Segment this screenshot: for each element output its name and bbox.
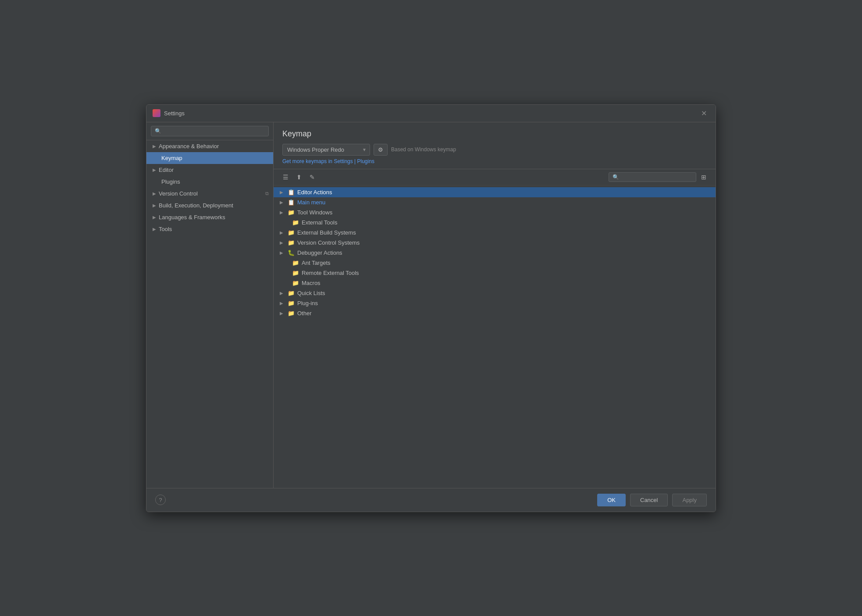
footer: ? OK Cancel Apply [146,488,716,512]
tree-item-label: Remote External Tools [302,270,711,276]
expand-arrow-icon: ▶ [153,191,156,196]
title-bar: Settings ✕ [146,105,716,122]
keymap-gear-button[interactable]: ⚙ [374,144,388,156]
tree-item-label: Debugger Actions [297,249,711,256]
keymap-select-wrapper: Windows Proper Redo ▼ [282,144,370,156]
sidebar-item-keymap[interactable]: Keymap [146,152,273,164]
tree-item-label: External Build Systems [297,229,711,236]
tree-expand-arrow-icon: ▶ [280,301,285,306]
sidebar-item-appearance-behavior[interactable]: ▶ Appearance & Behavior [146,140,273,152]
collapse-all-button[interactable]: ⬆ [293,172,305,182]
settings-dialog: Settings ✕ ▶ Appearance & Behavior Keyma… [146,104,716,512]
keymap-select[interactable]: Windows Proper Redo [282,144,370,156]
sidebar-item-version-control[interactable]: ▶ Version Control ⧉ [146,188,273,199]
tree-item-icon: 📁 [288,300,295,306]
sidebar-item-tools[interactable]: ▶ Tools [146,223,273,235]
tree-item-other[interactable]: ▶ 📁 Other [274,308,716,318]
tree-item-remote-external-tools[interactable]: 📁 Remote External Tools [274,268,716,278]
sidebar-item-label: Version Control [159,190,198,197]
expand-arrow-icon: ▶ [153,167,156,172]
tree-item-icon: 🐛 [288,249,295,256]
sidebar-item-languages-frameworks[interactable]: ▶ Languages & Frameworks [146,211,273,223]
tree-item-label: Macros [302,280,711,286]
expand-arrow-icon: ▶ [153,227,156,231]
expand-arrow-icon: ▶ [153,203,156,208]
keymap-row: Windows Proper Redo ▼ ⚙ Based on Windows… [282,144,707,156]
ok-button[interactable]: OK [597,494,626,506]
apply-button[interactable]: Apply [672,494,707,506]
tree-expand-arrow-icon: ▶ [280,240,285,245]
tree-item-icon: 📁 [292,219,299,226]
keymap-description: Based on Windows keymap [391,146,456,153]
edit-icon: ✎ [310,174,315,181]
edit-shortcut-button[interactable]: ✎ [306,172,318,182]
tree-item-label: Ant Targets [302,260,711,266]
sidebar-item-label: Languages & Frameworks [159,214,225,221]
tree-search: ⊞ [609,172,709,182]
panel-header: Keymap Windows Proper Redo ▼ ⚙ Based on … [274,122,716,169]
tree-expand-arrow-icon: ▶ [280,200,285,205]
tree-expand-arrow-icon: ▶ [280,291,285,296]
dialog-title: Settings [164,110,698,117]
tree-item-main-menu[interactable]: ▶ 📋 Main menu [274,197,716,207]
tree-item-icon: 📋 [288,189,295,196]
tree-item-icon: 📁 [292,270,299,276]
tree-item-external-tools[interactable]: 📁 External Tools [274,217,716,228]
tree-item-icon: 📁 [292,280,299,286]
sidebar-search-bar [146,122,273,140]
find-shortcut-button[interactable]: ⊞ [698,172,709,182]
tree-item-plug-ins[interactable]: ▶ 📁 Plug-ins [274,298,716,308]
tree-item-label: Other [297,310,711,317]
content-area: ▶ Appearance & Behavior Keymap ▶ Editor … [146,122,716,488]
close-button[interactable]: ✕ [698,108,709,118]
expand-arrow-icon: ▶ [153,215,156,220]
expand-all-button[interactable]: ☰ [280,172,292,182]
collapse-all-icon: ⬆ [296,174,302,181]
tree-item-label: External Tools [302,219,711,226]
tree-item-label: Plug-ins [297,300,711,306]
sidebar-search-input[interactable] [151,126,269,136]
tree-expand-arrow-icon: ▶ [280,190,285,195]
sidebar-item-label: Plugins [161,178,180,185]
tree-item-label: Quick Lists [297,290,711,296]
copy-icon: ⧉ [265,191,269,196]
plugin-link[interactable]: Get more keymaps in Settings | Plugins [282,158,707,164]
help-button[interactable]: ? [155,495,166,505]
help-icon: ? [159,497,162,503]
tree-item-editor-actions[interactable]: ▶ 📋 Editor Actions [274,187,716,197]
main-panel: Keymap Windows Proper Redo ▼ ⚙ Based on … [274,122,716,488]
tree-item-icon: 📁 [292,260,299,266]
tree-item-icon: 📁 [288,290,295,296]
tree-expand-arrow-icon: ▶ [280,250,285,255]
tree-item-quick-lists[interactable]: ▶ 📁 Quick Lists [274,288,716,298]
tree-item-label: Editor Actions [297,189,711,196]
tree-toolbar: ☰ ⬆ ✎ ⊞ [274,169,716,185]
sidebar-item-editor[interactable]: ▶ Editor [146,164,273,176]
cancel-button[interactable]: Cancel [630,494,668,506]
tree-item-label: Main menu [297,199,711,206]
tree-expand-arrow-icon: ▶ [280,311,285,316]
tree-item-macros[interactable]: 📁 Macros [274,278,716,288]
sidebar-item-label: Editor [159,167,174,173]
sidebar-item-label: Appearance & Behavior [159,143,219,150]
tree-item-ant-targets[interactable]: 📁 Ant Targets [274,258,716,268]
tree-expand-arrow-icon: ▶ [280,210,285,215]
tree-item-icon: 📁 [288,310,295,317]
sidebar-item-label: Keymap [161,155,182,161]
tree-item-icon: 📁 [288,209,295,216]
tree-item-tool-windows[interactable]: ▶ 📁 Tool Windows [274,207,716,217]
tree-item-external-build-systems[interactable]: ▶ 📁 External Build Systems [274,228,716,238]
find-shortcut-icon: ⊞ [701,174,706,181]
sidebar-item-plugins[interactable]: Plugins [146,176,273,188]
sidebar-item-label: Build, Execution, Deployment [159,202,233,209]
expand-arrow-icon: ▶ [153,144,156,149]
tree-search-input[interactable] [609,172,696,182]
sidebar-item-label: Tools [159,226,172,232]
tree-item-version-control-systems[interactable]: ▶ 📁 Version Control Systems [274,238,716,248]
tree-item-debugger-actions[interactable]: ▶ 🐛 Debugger Actions [274,248,716,258]
tree-item-icon: 📋 [288,199,295,206]
tree-expand-arrow-icon: ▶ [280,230,285,235]
tree-item-label: Tool Windows [297,209,711,216]
app-icon [153,109,160,117]
sidebar-item-build-execution[interactable]: ▶ Build, Execution, Deployment [146,199,273,211]
